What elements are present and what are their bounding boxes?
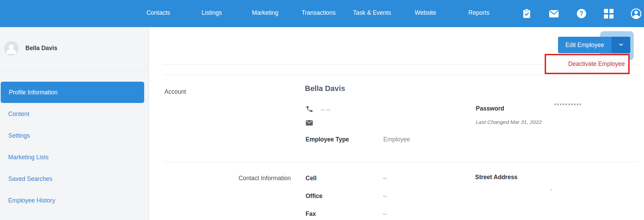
edit-employee-button[interactable]: Edit Employee [558,37,611,53]
avatar [4,41,18,56]
sidebar-item-saved-searches[interactable]: Saved Searches [0,168,144,190]
primary-nav: Contacts Listings Marketing Transactions… [132,0,506,27]
nav-item-marketing[interactable]: Marketing [238,0,292,27]
chevron-down-icon [618,42,624,49]
street-address-value: , [550,185,552,192]
nav-item-task-events[interactable]: Task & Events [345,0,399,27]
employee-profile-page: Contacts Listings Marketing Transactions… [0,0,644,220]
mail-icon[interactable] [540,0,568,27]
sidebar-item-profile-information[interactable]: Profile Information [1,82,144,103]
top-nav: Contacts Listings Marketing Transactions… [0,0,644,27]
edit-employee-dropdown-toggle[interactable] [611,37,630,53]
password-label: Password [476,105,504,112]
nav-item-contacts[interactable]: Contacts [132,0,185,27]
street-address-label: Street Address [475,174,518,181]
nav-item-reports[interactable]: Reports [452,0,506,27]
phone-value: -- -- [321,106,330,114]
account-icon[interactable] [622,0,644,27]
clipboard-check-icon[interactable] [513,0,540,27]
nav-item-listings[interactable]: Listings [185,0,238,27]
office-value: -- [383,193,387,200]
contact-section-divider [164,162,638,162]
sidebar-item-content[interactable]: Content [0,103,144,125]
employee-name-heading: Bella Davis [305,84,345,93]
fax-label: Fax [306,210,316,218]
nav-icon-cluster: ? [513,0,644,27]
password-last-changed: Last Changed Mar 31, 2022 [476,119,542,125]
sidebar-user-name: Bella Davis [25,45,57,52]
apps-grid-icon[interactable] [595,0,622,27]
cell-value: -- [383,175,387,182]
phone-icon [306,105,313,114]
sidebar-item-employee-history[interactable]: Employee History [0,190,144,211]
office-label: Office [306,193,323,200]
sidebar-item-settings[interactable]: Settings [0,125,144,147]
contact-section-label: Contact Information [164,175,291,182]
account-section-label: Account [164,88,186,95]
nav-item-website[interactable]: Website [399,0,452,27]
password-value: ********** [554,103,582,109]
deactivate-employee-menu-item[interactable]: Deactivate Employee [568,60,625,68]
employee-type-label: Employee Type [306,136,349,143]
sidebar-item-marketing-lists[interactable]: Marketing Lists [0,147,144,168]
sidebar-divider [0,70,149,71]
help-icon[interactable]: ? [568,0,595,27]
fax-value: -- [383,210,387,218]
email-icon [306,120,313,127]
sidebar: Bella Davis Profile Information Content … [0,27,149,220]
employee-type-value: Employee [383,136,410,143]
deactivate-annotation-box: Deactivate Employee [545,54,630,74]
cell-label: Cell [306,175,317,182]
nav-item-transactions[interactable]: Transactions [292,0,345,27]
section-top-divider [164,75,638,75]
